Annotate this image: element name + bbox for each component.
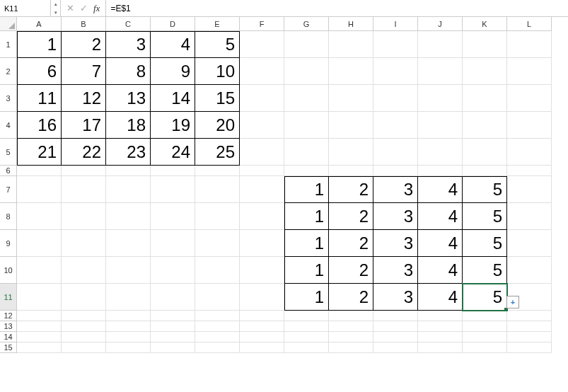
- cell-E7[interactable]: [195, 176, 240, 203]
- cell-K1[interactable]: [463, 31, 507, 58]
- cell-L8[interactable]: [507, 203, 552, 230]
- cell-A8[interactable]: [17, 203, 62, 230]
- cell-L4[interactable]: [507, 112, 552, 139]
- cell-D3[interactable]: 14: [151, 85, 195, 112]
- cell-C6[interactable]: [106, 166, 151, 176]
- cell-C4[interactable]: 18: [106, 112, 151, 139]
- cell-I15[interactable]: [373, 342, 418, 353]
- cell-C3[interactable]: 13: [106, 85, 151, 112]
- cell-A2[interactable]: 6: [17, 58, 62, 85]
- cell-E8[interactable]: [195, 203, 240, 230]
- cell-H13[interactable]: [329, 321, 373, 332]
- cell-J11[interactable]: 4: [418, 284, 463, 311]
- cell-H4[interactable]: [329, 112, 373, 139]
- column-header-I[interactable]: I: [373, 17, 418, 31]
- cell-I8[interactable]: 3: [373, 203, 418, 230]
- cell-G6[interactable]: [284, 166, 329, 176]
- cell-G12[interactable]: [284, 311, 329, 321]
- cell-G5[interactable]: [284, 139, 329, 166]
- cell-F5[interactable]: [240, 139, 284, 166]
- cell-F7[interactable]: [240, 176, 284, 203]
- row-header-2[interactable]: 2: [0, 58, 17, 85]
- cell-B3[interactable]: 12: [62, 85, 106, 112]
- cell-C15[interactable]: [106, 342, 151, 353]
- cell-K12[interactable]: [463, 311, 507, 321]
- cell-E15[interactable]: [195, 342, 240, 353]
- cell-A7[interactable]: [17, 176, 62, 203]
- cell-K14[interactable]: [463, 332, 507, 342]
- cell-L15[interactable]: [507, 342, 552, 353]
- cell-E13[interactable]: [195, 321, 240, 332]
- cell-E10[interactable]: [195, 257, 240, 284]
- cell-H14[interactable]: [329, 332, 373, 342]
- cell-D1[interactable]: 4: [151, 31, 195, 58]
- column-header-G[interactable]: G: [284, 17, 329, 31]
- cell-E14[interactable]: [195, 332, 240, 342]
- cell-I4[interactable]: [373, 112, 418, 139]
- cell-K5[interactable]: [463, 139, 507, 166]
- cell-I14[interactable]: [373, 332, 418, 342]
- cell-J5[interactable]: [418, 139, 463, 166]
- cell-G9[interactable]: 1: [284, 230, 329, 257]
- cell-D7[interactable]: [151, 176, 195, 203]
- cell-B14[interactable]: [62, 332, 106, 342]
- cell-D5[interactable]: 24: [151, 139, 195, 166]
- cell-B2[interactable]: 7: [62, 58, 106, 85]
- cell-D4[interactable]: 19: [151, 112, 195, 139]
- cell-L13[interactable]: [507, 321, 552, 332]
- cell-E6[interactable]: [195, 166, 240, 176]
- row-header-6[interactable]: 6: [0, 166, 17, 176]
- cell-J12[interactable]: [418, 311, 463, 321]
- cell-G14[interactable]: [284, 332, 329, 342]
- cell-K6[interactable]: [463, 166, 507, 176]
- cell-F9[interactable]: [240, 230, 284, 257]
- cell-K15[interactable]: [463, 342, 507, 353]
- cell-F15[interactable]: [240, 342, 284, 353]
- cell-D6[interactable]: [151, 166, 195, 176]
- cell-J4[interactable]: [418, 112, 463, 139]
- cancel-icon[interactable]: ✕: [66, 3, 74, 13]
- cell-C5[interactable]: 23: [106, 139, 151, 166]
- cell-H1[interactable]: [329, 31, 373, 58]
- cell-H7[interactable]: 2: [329, 176, 373, 203]
- cell-H10[interactable]: 2: [329, 257, 373, 284]
- row-header-9[interactable]: 9: [0, 230, 17, 257]
- cell-J9[interactable]: 4: [418, 230, 463, 257]
- cell-B5[interactable]: 22: [62, 139, 106, 166]
- cell-K9[interactable]: 5: [463, 230, 507, 257]
- cell-J7[interactable]: 4: [418, 176, 463, 203]
- cell-I12[interactable]: [373, 311, 418, 321]
- cell-C11[interactable]: [106, 284, 151, 311]
- cell-G1[interactable]: [284, 31, 329, 58]
- cell-D15[interactable]: [151, 342, 195, 353]
- cell-A12[interactable]: [17, 311, 62, 321]
- cell-G4[interactable]: [284, 112, 329, 139]
- formula-input[interactable]: =E$1: [105, 0, 568, 17]
- cell-D12[interactable]: [151, 311, 195, 321]
- cell-L2[interactable]: [507, 58, 552, 85]
- cell-J2[interactable]: [418, 58, 463, 85]
- row-header-1[interactable]: 1: [0, 31, 17, 58]
- cell-J8[interactable]: 4: [418, 203, 463, 230]
- cell-F6[interactable]: [240, 166, 284, 176]
- cell-J13[interactable]: [418, 321, 463, 332]
- row-header-8[interactable]: 8: [0, 203, 17, 230]
- cell-H11[interactable]: 2: [329, 284, 373, 311]
- cell-E11[interactable]: [195, 284, 240, 311]
- cell-G7[interactable]: 1: [284, 176, 329, 203]
- cell-E3[interactable]: 15: [195, 85, 240, 112]
- cell-G10[interactable]: 1: [284, 257, 329, 284]
- cell-I5[interactable]: [373, 139, 418, 166]
- cell-F1[interactable]: [240, 31, 284, 58]
- cell-F4[interactable]: [240, 112, 284, 139]
- cell-E1[interactable]: 5: [195, 31, 240, 58]
- row-header-11[interactable]: 11: [0, 284, 17, 311]
- cell-E5[interactable]: 25: [195, 139, 240, 166]
- cell-H8[interactable]: 2: [329, 203, 373, 230]
- cell-A1[interactable]: 1: [17, 31, 62, 58]
- cell-A11[interactable]: [17, 284, 62, 311]
- cell-J3[interactable]: [418, 85, 463, 112]
- cell-B9[interactable]: [62, 230, 106, 257]
- cell-J10[interactable]: 4: [418, 257, 463, 284]
- cell-L9[interactable]: [507, 230, 552, 257]
